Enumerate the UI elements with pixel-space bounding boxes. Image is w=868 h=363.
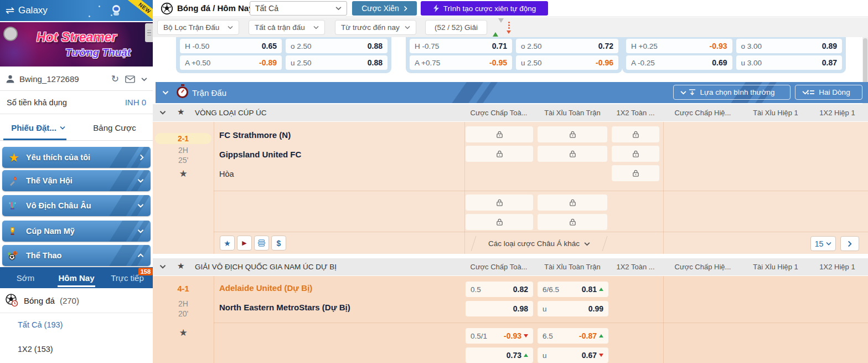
banner-subtitle: Tường Thuật xyxy=(65,47,131,59)
chevron-down-icon xyxy=(584,242,590,246)
odds-button[interactable]: H -0.50 0.65 xyxy=(180,39,282,53)
page-size-dropdown[interactable]: 15 xyxy=(810,236,836,251)
sidebar-collapse-handle[interactable] xyxy=(145,23,153,42)
tab-today[interactable]: Hôm Nay xyxy=(51,267,102,288)
odds-button-over[interactable]: 6/6.5 0.81 xyxy=(538,282,608,297)
banner-badge-icon xyxy=(3,27,18,41)
odds-button-h1-over[interactable]: 6.5 -0.87 xyxy=(538,328,608,344)
collapse-all-chevron-icon[interactable] xyxy=(162,90,169,95)
live-stream-button[interactable]: ▶ xyxy=(237,236,252,250)
column-header: Tài Xỉu Toàn Trận xyxy=(538,109,607,117)
odds-button[interactable]: u 2.50 -0.96 xyxy=(516,55,618,70)
parlay-button[interactable]: Cược Xiên xyxy=(352,1,417,16)
chevron-down-icon xyxy=(60,126,65,130)
chevron-down-icon xyxy=(335,6,342,11)
match-favorite-star-icon[interactable]: ★ xyxy=(153,327,214,339)
odds-button[interactable]: H +0.25 -0.93 xyxy=(626,39,732,53)
locked-bet-cell xyxy=(538,214,607,230)
odds-button[interactable]: A -0.25 0.69 xyxy=(626,55,732,70)
brand-logo[interactable]: ⇌ Galaxy xyxy=(6,4,48,17)
league-collapse-chevron-icon[interactable] xyxy=(159,110,166,115)
odds-button[interactable]: H -0.75 0.71 xyxy=(410,39,512,53)
date-range-dropdown[interactable]: Từ trước đến nay xyxy=(335,20,416,35)
soccer-ball-icon xyxy=(161,2,173,15)
more-asian-bets-button[interactable]: Các loại cược Châu Á khác xyxy=(473,236,605,251)
chevron-right-icon xyxy=(140,154,144,161)
odds-button[interactable]: o 2.50 0.72 xyxy=(516,39,618,53)
mail-icon[interactable] xyxy=(125,75,135,83)
balance-row: Số tiền khả dụng INH 0 xyxy=(0,91,153,114)
odds-label: u 2.50 xyxy=(521,59,542,67)
column-header: 1X2 Hiệp 1 xyxy=(809,263,866,271)
torch-icon xyxy=(7,175,20,186)
odds-button[interactable]: u 2.50 0.88 xyxy=(286,55,388,70)
line-mode-dropdown[interactable]: Hai Dòng xyxy=(795,85,862,100)
odds-button[interactable]: A +0.75 -0.95 xyxy=(410,55,512,70)
odds-panel: H +0.25 -0.93 o 3.00 0.89 A -0.25 0.69 u… xyxy=(622,37,846,73)
odds-panels-strip: H -0.50 0.65 o 2.50 0.88 A +0.50 -0.89 u… xyxy=(153,37,868,74)
promo-banner[interactable]: Hot Streamer Tường Thuật xyxy=(0,22,153,67)
cashout-button[interactable]: $ xyxy=(271,236,286,250)
odds-button[interactable]: A +0.50 -0.89 xyxy=(180,55,282,70)
market-filter-select[interactable]: Tất Cả xyxy=(250,1,347,16)
sidebar-item-1x2[interactable]: 1X2 (153) xyxy=(18,345,53,354)
sort-mode-dropdown[interactable]: Lựa chọn bình thường xyxy=(673,85,790,100)
time-filter-tabs: Sớm Hôm Nay Trực tiếp 158 xyxy=(0,267,153,288)
match-period: 2H xyxy=(153,299,214,308)
odds-button[interactable]: o 2.50 0.88 xyxy=(286,39,388,53)
odds-value: 0.82 xyxy=(513,285,528,294)
odds-button-handicap-home[interactable]: 0.5 0.82 xyxy=(466,282,533,297)
market-filter-value: Tất Cả xyxy=(255,4,278,13)
match-filter-dropdown[interactable]: Bộ Lọc Trận Đấu xyxy=(157,20,239,35)
soccer-clock-icon xyxy=(4,293,19,308)
all-matches-dropdown[interactable]: Tất cả trận đấu xyxy=(249,20,325,35)
sidebar-item-all[interactable]: Tất Cả (193) xyxy=(18,320,63,329)
bet-stack-button[interactable] xyxy=(254,236,269,250)
odds-value: -0.87 xyxy=(579,331,597,340)
league-favorite-star-icon[interactable]: ★ xyxy=(177,261,184,271)
sort-toggle-icon[interactable] xyxy=(493,22,511,34)
trend-up-icon xyxy=(524,354,528,357)
sidebar-item-euro[interactable]: Vô Địch Châu Âu xyxy=(2,195,151,216)
sidebar-item-olympics[interactable]: Thế Vận Hội xyxy=(2,170,151,191)
odds-value: 0.73 xyxy=(507,351,521,360)
sidebar-item-sports[interactable]: Thể Thao xyxy=(2,245,151,266)
odds-button[interactable]: u 3.00 0.87 xyxy=(736,55,843,70)
user-menu-chevron-icon[interactable] xyxy=(141,77,147,81)
auto-parlay-button[interactable]: Trình tạo cược xiên tự động xyxy=(421,1,548,16)
odds-button[interactable]: o 3.00 0.89 xyxy=(736,39,843,53)
odds-label: u 3.00 xyxy=(741,59,762,67)
brand-name: Galaxy xyxy=(18,5,48,16)
next-page-button[interactable] xyxy=(840,236,859,251)
balance-value: INH 0 xyxy=(125,98,146,107)
divider xyxy=(214,323,868,323)
scrollbar-thumb[interactable] xyxy=(863,38,867,84)
league-favorite-star-icon[interactable]: ★ xyxy=(177,107,184,117)
league-collapse-chevron-icon[interactable] xyxy=(159,264,166,269)
odds-label: u xyxy=(542,305,547,313)
sort-mode-label: Lựa chọn bình thường xyxy=(700,88,774,96)
tab-bet-slip[interactable]: Phiếu Đặt... xyxy=(0,115,76,140)
refresh-icon[interactable]: ↻ xyxy=(111,74,119,84)
tab-bet-slip-label: Phiếu Đặt... xyxy=(11,123,56,132)
odds-button-handicap-away[interactable]: 0.98 xyxy=(466,301,533,316)
sidebar-item-copa[interactable]: Cúp Nam Mỹ xyxy=(2,221,151,242)
league-header: ★ VÒNG LOẠI CÚP ÚC Cược Chấp Toà... Tài … xyxy=(153,104,868,121)
league-count-button[interactable]: (52 / 52) Giải xyxy=(425,20,487,35)
match-table-header: Trận Đấu Lựa chọn bình thường Hai Dòng xyxy=(156,82,868,103)
odds-value: 0.88 xyxy=(368,58,383,67)
odds-button-h1-under[interactable]: u 0.67 xyxy=(538,347,608,363)
locked-bet-cell xyxy=(612,146,659,162)
new-ribbon: NEW xyxy=(126,0,153,21)
odds-button-under[interactable]: u 0.99 xyxy=(538,301,608,316)
match-favorite-star-icon[interactable]: ★ xyxy=(153,168,214,180)
tab-bet-board[interactable]: Bảng Cược xyxy=(76,115,153,140)
sidebar-item-soccer[interactable]: Bóng đá (270) xyxy=(0,288,153,313)
odds-button-h1-handicap-away[interactable]: 0.73 xyxy=(466,347,533,363)
favorite-match-button[interactable]: ★ xyxy=(220,236,235,250)
tab-live[interactable]: Trực tiếp 158 xyxy=(102,267,153,288)
odds-button-h1-handicap-home[interactable]: 0.5/1 -0.93 xyxy=(466,328,533,344)
sidebar-item-favorites[interactable]: ★ Yêu thích của tôi xyxy=(2,147,151,168)
tab-early[interactable]: Sớm xyxy=(0,267,51,288)
more-bets-label: Các loại cược Châu Á khác xyxy=(488,239,580,248)
